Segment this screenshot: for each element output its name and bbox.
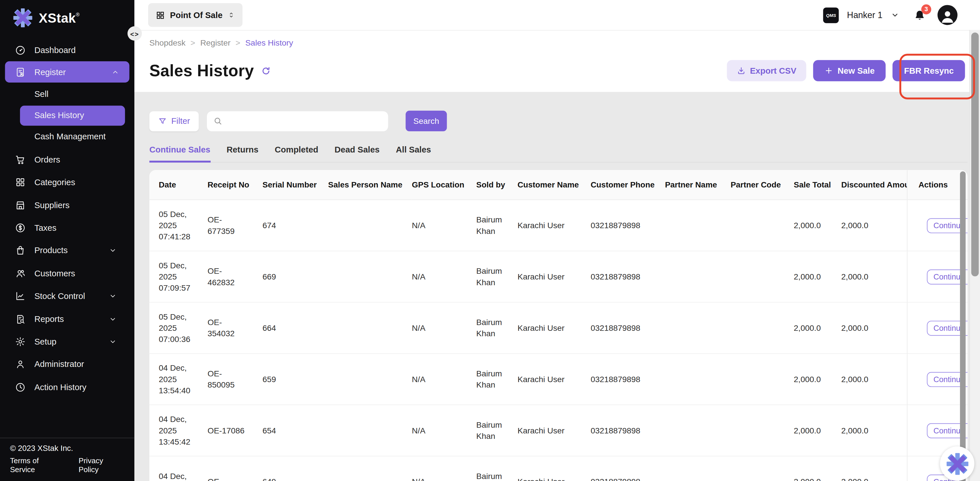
cell-sold-by: BairumKhan: [476, 456, 517, 481]
report-icon: [15, 314, 25, 324]
cell-partner-code: [731, 200, 794, 251]
sidebar-item-customers[interactable]: Customers: [0, 262, 134, 285]
cell-gps-location: N/A: [412, 405, 476, 456]
export-csv-button[interactable]: Export CSV: [727, 60, 807, 81]
notifications-button[interactable]: 3: [914, 8, 926, 21]
sidebar-item-taxes[interactable]: Taxes: [0, 217, 134, 239]
cell-serial-number: 669: [262, 251, 328, 303]
cell-partner-code: [731, 456, 794, 481]
cell-date: 04 Dec,2025: [149, 456, 207, 481]
cell-date: 04 Dec,202513:54:40: [149, 354, 207, 405]
sidebar-item-cash-management[interactable]: Cash Management: [0, 126, 134, 148]
sidebar-item-categories[interactable]: Categories: [0, 171, 134, 194]
filter-button[interactable]: Filter: [149, 111, 199, 131]
cell-gps-location: N/A: [412, 354, 476, 405]
sidebar-item-register[interactable]: Register: [5, 62, 129, 83]
cell-discounted-amount: 2,000.0: [841, 200, 907, 251]
sidebar-item-label: Reports: [34, 314, 64, 323]
app-switcher[interactable]: Point Of Sale: [148, 3, 242, 27]
cell-customer-name: Karachi User: [517, 354, 590, 405]
cell-sold-by: BairumKhan: [476, 303, 517, 354]
cell-date: 05 Dec,202507:09:57: [149, 251, 207, 303]
breadcrumb-item[interactable]: Shopdesk: [149, 38, 185, 48]
refresh-icon[interactable]: [261, 66, 271, 75]
privacy-policy-link[interactable]: Privacy Policy: [78, 456, 124, 473]
sidebar-item-products[interactable]: Products: [0, 239, 134, 262]
cell-sales-person-name: [328, 405, 412, 456]
search-box: [207, 111, 388, 131]
cell-discounted-amount: 2,000.0: [841, 303, 907, 354]
sidebar-item-suppliers[interactable]: Suppliers: [0, 194, 134, 217]
sidebar-item-label: Suppliers: [34, 201, 70, 210]
cell-date: 05 Dec,202507:41:28: [149, 200, 207, 251]
sidebar-item-orders[interactable]: Orders: [0, 148, 134, 171]
table-row: 05 Dec,202507:41:28OE-677359674N/ABairum…: [149, 200, 967, 251]
page-title: Sales History: [149, 61, 254, 81]
cell-serial-number: 649: [262, 456, 328, 481]
sidebar-item-reports[interactable]: Reports: [0, 307, 134, 330]
cell-receipt-no: OE-677359: [207, 200, 262, 251]
cell-partner-code: [731, 251, 794, 303]
sidebar-item-sell[interactable]: Sell: [0, 83, 134, 105]
brand-name: XStak®: [39, 10, 80, 25]
chevron-down-icon: [109, 315, 117, 323]
app-switcher-label: Point Of Sale: [170, 10, 222, 20]
cell-serial-number: 674: [262, 200, 328, 251]
floating-widget-button[interactable]: [940, 446, 974, 481]
sidebar-item-action-history[interactable]: Action History: [0, 376, 134, 398]
sidebar-item-label: Action History: [34, 382, 86, 392]
cell-sale-total: 2,000.0: [794, 303, 841, 354]
sidebar-item-stock-control[interactable]: Stock Control: [0, 285, 134, 307]
sidebar-item-setup[interactable]: Setup: [0, 330, 134, 353]
cell-sold-by: BairumKhan: [476, 405, 517, 456]
cell-customer-phone: 03218879898: [590, 354, 665, 405]
cell-serial-number: 659: [262, 354, 328, 405]
cell-sales-person-name: [328, 303, 412, 354]
cell-customer-name: Karachi User: [517, 251, 590, 303]
controls-row: Filter Search: [149, 111, 967, 131]
search-input[interactable]: [228, 116, 382, 126]
tab-continue-sales[interactable]: Continue Sales: [149, 145, 210, 162]
fbr-resync-button[interactable]: FBR Resync: [893, 60, 965, 81]
terms-of-service-link[interactable]: Terms of Service: [10, 456, 65, 473]
tab-dead-sales[interactable]: Dead Sales: [335, 145, 380, 162]
grid-icon: [156, 10, 165, 20]
sidebar-collapse-toggle[interactable]: <>: [127, 26, 142, 41]
xstak-logo-icon: [13, 8, 33, 28]
cell-discounted-amount: 2,000.0: [841, 354, 907, 405]
dollar-circle-icon: [15, 223, 25, 233]
tab-all-sales[interactable]: All Sales: [396, 145, 431, 162]
column-header: GPS Location: [412, 170, 476, 200]
bag-icon: [15, 245, 25, 256]
chevron-down-icon[interactable]: [891, 11, 899, 19]
xstak-mark-icon: [945, 452, 969, 476]
table-header-row: DateReceipt NoSerial NumberSales Person …: [149, 170, 967, 200]
table-scrollbar-thumb[interactable]: [960, 171, 966, 481]
filter-label: Filter: [171, 116, 190, 126]
fbr-resync-label: FBR Resync: [904, 66, 954, 75]
user-avatar-icon: [939, 8, 956, 24]
sidebar-nav: DashboardRegisterSellSales HistoryCash M…: [0, 39, 134, 398]
tab-completed[interactable]: Completed: [275, 145, 318, 162]
breadcrumb-item[interactable]: Register: [200, 38, 231, 48]
cell-sale-total: 2,000.0: [794, 456, 841, 481]
cell-serial-number: 664: [262, 303, 328, 354]
sidebar-item-sales-history[interactable]: Sales History: [20, 105, 125, 126]
sidebar-item-administrator[interactable]: Administrator: [0, 353, 134, 376]
store-logo: QMS: [823, 7, 839, 23]
cell-discounted-amount: 2,000.0: [841, 251, 907, 303]
user-avatar[interactable]: [938, 5, 958, 25]
footer-links: Terms of Service Privacy Policy: [10, 456, 124, 473]
column-header: Discounted Amou: [841, 170, 907, 200]
column-header: Sale Total: [794, 170, 841, 200]
sidebar-item-dashboard[interactable]: Dashboard: [0, 39, 134, 61]
brand-logo: XStak®: [0, 0, 134, 34]
search-button[interactable]: Search: [406, 111, 447, 131]
page-scrollbar-thumb[interactable]: [971, 32, 978, 276]
cell-serial-number: 654: [262, 405, 328, 456]
tab-returns[interactable]: Returns: [227, 145, 258, 162]
content-area: Filter Search Continue SalesReturnsCompl…: [134, 92, 980, 481]
new-sale-button[interactable]: New Sale: [813, 60, 886, 81]
sidebar-item-label: Sell: [34, 89, 48, 99]
sidebar-item-label: Administrator: [34, 360, 84, 369]
